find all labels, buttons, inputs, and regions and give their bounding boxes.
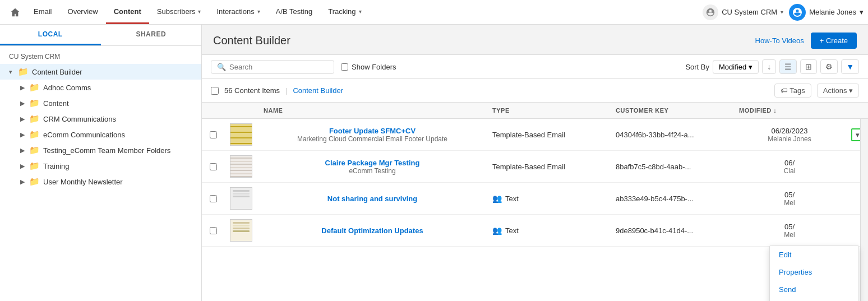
- row-3-name: Not sharing and surviving: [258, 195, 487, 203]
- tree-arrow-user-monthly: ▶: [20, 178, 27, 186]
- tree-item-testing[interactable]: ▶ 📁 Testing_eComm Team Member Folders: [0, 142, 201, 158]
- tab-shared[interactable]: SHARED: [101, 25, 202, 45]
- col-check: [202, 107, 224, 114]
- show-folders-checkbox[interactable]: [341, 63, 348, 71]
- nav-subscribers[interactable]: Subscribers ▾: [149, 0, 209, 24]
- tree-item-training[interactable]: ▶ 📁 Training: [0, 158, 201, 174]
- search-box[interactable]: 🔍: [211, 60, 334, 74]
- breadcrumb-pipe: |: [285, 86, 287, 95]
- menu-item-properties[interactable]: Properties: [770, 263, 858, 281]
- row-1-name: Footer Update SFMC+CV Marketing Cloud Co…: [258, 127, 487, 143]
- tree-arrow-testing: ▶: [20, 147, 27, 154]
- col-thumb: [224, 107, 258, 114]
- header-actions: How-To Videos + Create: [755, 33, 857, 49]
- view-list-button[interactable]: ☰: [779, 59, 797, 74]
- nav-tracking[interactable]: Tracking ▾: [320, 0, 369, 24]
- how-to-link[interactable]: How-To Videos: [755, 36, 804, 45]
- sort-arrow: ▾: [749, 63, 752, 71]
- col-modified[interactable]: MODIFIED ↓: [733, 107, 846, 114]
- row-4-check[interactable]: [202, 227, 224, 234]
- table-row[interactable]: Claire Package Mgr Testing eComm Testing…: [202, 151, 868, 183]
- item-count: 56 Content Items: [224, 86, 280, 95]
- sort-area: Sort By Modified ▾ ↓ ☰ ⊞ ⚙ ▼: [685, 59, 859, 74]
- nav-email[interactable]: Email: [26, 0, 60, 24]
- org-arrow: ▾: [781, 9, 783, 15]
- tree-arrow-crm: ▶: [20, 115, 27, 123]
- table-row[interactable]: Not sharing and surviving 👥 Text ab333e4…: [202, 183, 868, 215]
- folder-icon-content-builder: 📁: [18, 67, 29, 77]
- col-customer-key[interactable]: CUSTOMER KEY: [610, 107, 733, 114]
- row-4-name: Default Optimization Updates: [258, 226, 487, 235]
- folder-icon-crm: 📁: [29, 114, 40, 124]
- tree-arrow-content-builder: ▾: [9, 68, 16, 76]
- user-arrow: ▾: [860, 8, 864, 16]
- home-button[interactable]: [4, 0, 26, 24]
- menu-item-edit[interactable]: Edit: [770, 246, 858, 263]
- folder-icon-user-monthly: 📁: [29, 177, 40, 187]
- row-2-check[interactable]: [202, 163, 224, 170]
- col-type[interactable]: TYPE: [487, 107, 610, 114]
- table-row[interactable]: Footer Update SFMC+CV Marketing Cloud Co…: [202, 119, 868, 151]
- sidebar-section-label: CU System CRM: [0, 46, 201, 64]
- row-1-check[interactable]: [202, 131, 224, 138]
- row-2-type: Template-Based Email: [487, 163, 610, 171]
- org-switcher[interactable]: CU System CRM ▾: [703, 4, 783, 20]
- row-4-type-icon: 👥: [492, 226, 502, 235]
- tree-item-content-builder[interactable]: ▾ 📁 Content Builder: [0, 64, 201, 80]
- content-header: Content Builder How-To Videos + Create: [202, 25, 868, 54]
- row-2-name: Claire Package Mgr Testing eComm Testing: [258, 159, 487, 175]
- settings-button[interactable]: ⚙: [820, 59, 838, 74]
- row-3-thumb: [224, 187, 258, 210]
- view-grid-button[interactable]: ⊞: [800, 59, 817, 74]
- show-folders-toggle[interactable]: Show Folders: [341, 63, 396, 71]
- row-2-customer-key: 8bafb7c5-c8bd-4aab-...: [610, 163, 733, 171]
- tree-arrow-ecomm: ▶: [20, 131, 27, 138]
- sidebar-tabs: LOCAL SHARED: [0, 25, 201, 46]
- tags-button[interactable]: 🏷 Tags: [774, 84, 811, 98]
- search-icon: 🔍: [217, 63, 226, 71]
- search-input[interactable]: [229, 63, 325, 71]
- breadcrumb-bar: 56 Content Items | Content Builder 🏷 Tag…: [202, 79, 868, 103]
- folder-icon-adhoc: 📁: [29, 82, 40, 92]
- create-button[interactable]: + Create: [811, 33, 857, 49]
- tracking-dropdown-arrow: ▾: [359, 8, 362, 15]
- tab-local[interactable]: LOCAL: [0, 25, 101, 45]
- tree-arrow-content: ▶: [20, 100, 27, 107]
- table-row[interactable]: Default Optimization Updates 👥 Text 9de8…: [202, 215, 868, 247]
- tree-item-user-monthly[interactable]: ▶ 📁 User Monthly Newsletter: [0, 174, 201, 189]
- col-name[interactable]: NAME: [258, 107, 487, 114]
- main-area: LOCAL SHARED CU System CRM ▾ 📁 Content B…: [0, 25, 868, 301]
- col-action: [846, 107, 868, 114]
- org-avatar: [703, 4, 718, 20]
- menu-item-preview[interactable]: Preview and Test: [770, 298, 858, 301]
- row-3-check[interactable]: [202, 195, 224, 202]
- sidebar: LOCAL SHARED CU System CRM ▾ 📁 Content B…: [0, 25, 202, 301]
- nav-right: CU System CRM ▾ Melanie Jones ▾: [703, 0, 864, 24]
- breadcrumb-actions: 🏷 Tags Actions ▾: [774, 84, 859, 98]
- tree-item-content[interactable]: ▶ 📁 Content: [0, 95, 201, 111]
- tree-item-adhoc-comms[interactable]: ▶ 📁 Adhoc Comms: [0, 80, 201, 95]
- tree-item-crm[interactable]: ▶ 📁 CRM Communications: [0, 111, 201, 127]
- table-header: NAME TYPE CUSTOMER KEY MODIFIED ↓: [202, 103, 868, 119]
- user-menu[interactable]: Melanie Jones ▾: [789, 4, 864, 21]
- row-4-customer-key: 9de8950c-b41c-41d4-...: [610, 226, 733, 235]
- tree-item-ecomm[interactable]: ▶ 📁 eComm Communications: [0, 127, 201, 142]
- sort-direction-button[interactable]: ↓: [762, 59, 776, 74]
- sort-dropdown[interactable]: Modified ▾: [713, 60, 759, 74]
- filter-button[interactable]: ▼: [841, 59, 859, 74]
- nav-overview[interactable]: Overview: [60, 0, 106, 24]
- nav-ab-testing[interactable]: A/B Testing: [268, 0, 321, 24]
- select-all-checkbox[interactable]: [211, 87, 219, 95]
- menu-item-send[interactable]: Send: [770, 281, 858, 298]
- nav-interactions[interactable]: Interactions ▾: [209, 0, 267, 24]
- breadcrumb-link[interactable]: Content Builder: [293, 86, 343, 95]
- row-3-modified: 05/ Mel: [733, 191, 846, 207]
- nav-content[interactable]: Content: [106, 0, 149, 24]
- scroll-indicator: ▲: [860, 103, 868, 301]
- subscribers-dropdown-arrow: ▾: [198, 8, 201, 15]
- row-4-type: 👥 Text: [487, 226, 610, 235]
- toolbar: 🔍 Show Folders Sort By Modified ▾ ↓ ☰ ⊞ …: [202, 54, 868, 79]
- row-4-modified: 05/ Mel: [733, 223, 846, 239]
- actions-button[interactable]: Actions ▾: [817, 84, 859, 98]
- row-2-modified: 06/ Clai: [733, 159, 846, 175]
